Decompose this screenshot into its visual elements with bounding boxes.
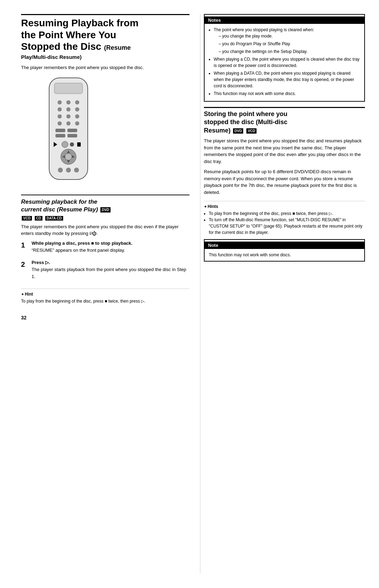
section3-heading: Storing the point where you stopped the … — [204, 107, 365, 135]
main-title-line1: Resuming Playback from — [21, 18, 139, 28]
step1: 1 While playing a disc, press ■ to stop … — [21, 241, 190, 257]
note-box: Note This function may not work with som… — [204, 239, 365, 262]
svg-point-11 — [58, 121, 62, 126]
svg-point-29 — [66, 168, 71, 173]
svg-point-2 — [58, 100, 62, 104]
svg-rect-1 — [54, 83, 82, 94]
svg-point-4 — [75, 100, 79, 104]
notes-list: The point where you stopped playing is c… — [209, 27, 360, 97]
datacd-badge: DATA CD — [45, 216, 63, 221]
main-title: Resuming Playback from the Point Where Y… — [21, 14, 190, 53]
vcd-badge: VCD — [22, 216, 32, 221]
svg-rect-15 — [67, 129, 77, 132]
remote-control-image — [35, 76, 190, 186]
svg-point-12 — [66, 121, 71, 126]
svg-point-19 — [62, 141, 68, 148]
two-col-layout: Resuming Playback from the Point Where Y… — [21, 14, 365, 574]
note-header: Note — [205, 242, 364, 249]
vcd-badge-section3: VCD — [246, 128, 257, 134]
remote-svg — [35, 76, 102, 185]
note-sub-2: you do Program Play or Shuffle Play. — [219, 41, 360, 47]
section2-body: The player remembers the point where you… — [21, 223, 190, 237]
step2-content: Press ▷. The player starts playback from… — [32, 260, 190, 283]
hints-section: Hints To play from the beginning of the … — [204, 201, 365, 236]
cd-badge: CD — [35, 216, 42, 221]
svg-point-7 — [75, 107, 79, 111]
section3-heading-line2: stopped the disc (Multi-disc — [204, 119, 287, 126]
right-column: Notes The point where you stopped playin… — [200, 14, 365, 574]
page-container: Resuming Playback from the Point Where Y… — [0, 0, 379, 588]
step2-number: 2 — [21, 260, 28, 269]
main-title-inline: (Resume — [104, 44, 131, 51]
note-item-2: When playing a CD, the point where you s… — [214, 56, 360, 69]
svg-point-6 — [66, 107, 71, 111]
section2-divider — [21, 195, 190, 195]
svg-rect-16 — [55, 134, 65, 137]
step2-body: The player starts playback from the poin… — [32, 266, 190, 280]
note-sub-1: you change the play mode. — [219, 33, 360, 39]
step2: 2 Press ▷. The player starts playback fr… — [21, 260, 190, 283]
svg-point-3 — [66, 100, 71, 104]
section3-heading-line3: Resume) — [204, 127, 231, 134]
step2-title: Press ▷. — [32, 260, 190, 265]
hint-title: Hint — [21, 292, 190, 297]
section2-heading: Resuming playback for the current disc (… — [21, 198, 190, 214]
hint-section: Hint To play from the beginning of the d… — [21, 289, 190, 304]
hint-item-1: To play from the beginning of the disc, … — [209, 210, 365, 217]
svg-point-5 — [58, 107, 62, 111]
svg-point-9 — [66, 114, 71, 119]
svg-point-13 — [75, 121, 79, 126]
svg-point-23 — [65, 153, 72, 160]
intro-text: The player remembers the point where you… — [21, 64, 190, 71]
page-number: 32 — [21, 304, 190, 320]
hints-title: Hints — [204, 204, 365, 209]
note-text: This function may not work with some dis… — [209, 252, 360, 258]
section2-badges-row: VCD CD DATA CD — [21, 215, 190, 220]
svg-point-10 — [75, 114, 79, 119]
step1-number: 1 — [21, 241, 28, 250]
hint-item-2: To turn off the Multi-disc Resume functi… — [209, 217, 365, 236]
step1-body: “RESUME” appears on the front panel disp… — [32, 247, 190, 254]
svg-rect-14 — [55, 129, 65, 132]
svg-point-30 — [74, 168, 79, 173]
hint-text: To play from the beginning of the disc, … — [21, 298, 190, 304]
subtitle: Play/Multi-disc Resume) — [21, 54, 190, 60]
notes-box: Notes The point where you stopped playin… — [204, 14, 365, 102]
section3-body1: The player stores the point where you st… — [204, 137, 365, 165]
dvd-badge-section3: DVD — [233, 128, 243, 134]
hints-list: To play from the beginning of the disc, … — [204, 210, 365, 236]
note-item-1-sublist: you change the play mode. you do Program… — [214, 33, 360, 55]
left-column: Resuming Playback from the Point Where Y… — [21, 14, 190, 574]
section3-body2: Resume playback points for up to 6 diffe… — [204, 168, 365, 196]
section2-heading-line1: Resuming playback for the — [21, 198, 97, 205]
notes-header: Notes — [205, 16, 364, 24]
dvd-badge-section2: DVD — [100, 207, 111, 212]
section3-heading-line1: Storing the point where you — [204, 110, 287, 117]
svg-rect-17 — [67, 134, 77, 137]
svg-point-28 — [58, 168, 63, 173]
note-sub-3: you change the settings on the Setup Dis… — [219, 48, 360, 55]
note-item-4: This function may not work with some dis… — [214, 90, 360, 97]
step1-title: While playing a disc, press ■ to stop pl… — [32, 241, 190, 246]
main-title-line2: the Point Where You — [21, 29, 116, 40]
svg-rect-21 — [77, 142, 81, 147]
note-item-1-text: The point where you stopped playing is c… — [214, 27, 314, 32]
main-title-line3: Stopped the Disc — [21, 41, 101, 52]
step1-content: While playing a disc, press ■ to stop pl… — [32, 241, 190, 257]
svg-point-8 — [58, 114, 62, 119]
note-item-1: The point where you stopped playing is c… — [214, 27, 360, 55]
note-item-3: When playing a DATA CD, the point where … — [214, 70, 360, 89]
section2-heading-line2: current disc (Resume Play) — [21, 206, 98, 213]
svg-point-20 — [70, 142, 74, 147]
